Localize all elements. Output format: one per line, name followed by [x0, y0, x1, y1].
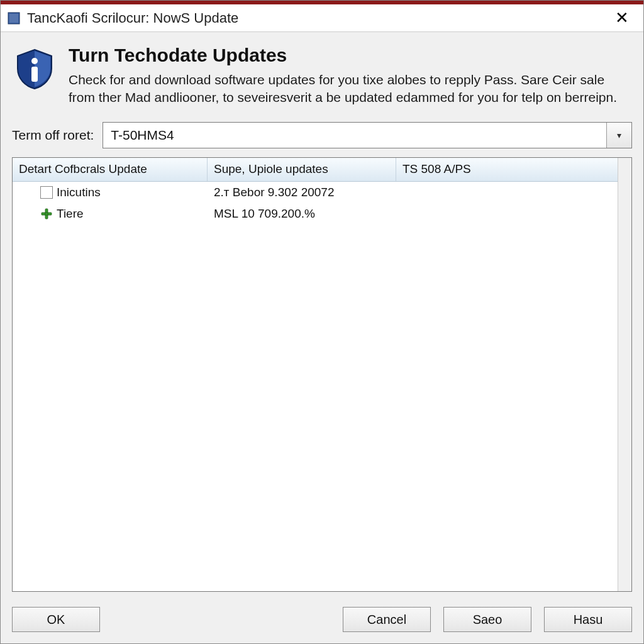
term-select-row: Term off roret: T-50HMS4 ▾ — [1, 116, 643, 157]
button-bar: OK Cancel Saeo Hasu — [1, 601, 643, 643]
close-icon: ✕ — [615, 8, 629, 28]
add-icon — [40, 208, 53, 220]
svg-rect-1 — [9, 14, 18, 23]
row-name-cell: Inicutins — [13, 182, 208, 203]
term-select-dropdown[interactable]: T-50HMS4 ▾ — [103, 122, 632, 148]
dropdown-arrow-button[interactable]: ▾ — [606, 123, 631, 148]
row-version-cell: MSL 10 709.200.% — [208, 203, 396, 225]
updates-list-body: Inicutins 2.т Bebor 9.302 20072 — [13, 182, 618, 591]
titlebar: TancKaofi Scrilocur: NowS Update ✕ — [1, 4, 643, 32]
chevron-down-icon: ▾ — [617, 130, 621, 140]
dialog-content: Turn Techodate Updates Check for and dow… — [1, 32, 643, 643]
svg-rect-5 — [42, 213, 52, 215]
window-title: TancKaofi Scrilocur: NowS Update — [27, 10, 609, 26]
header-description: Check for and download software updates … — [69, 71, 630, 107]
column-header-supe[interactable]: Supe, Upiole updates — [208, 158, 396, 181]
update-dialog-window: TancKaofi Scrilocur: NowS Update ✕ Turn … — [0, 0, 644, 644]
ok-button[interactable]: OK — [12, 607, 100, 632]
header-section: Turn Techodate Updates Check for and dow… — [1, 32, 643, 116]
row-status-cell — [396, 182, 618, 203]
row-status-cell — [396, 203, 618, 225]
header-text: Turn Techodate Updates Check for and dow… — [69, 45, 630, 107]
table-row[interactable]: Inicutins 2.т Bebor 9.302 20072 — [13, 182, 618, 203]
term-select-label: Term off roret: — [12, 128, 94, 143]
saeo-button[interactable]: Saeo — [443, 607, 531, 632]
updates-list: Detart Cofbcrals Update Supe, Upiole upd… — [12, 157, 632, 592]
vertical-scrollbar[interactable] — [618, 158, 631, 591]
hasu-button[interactable]: Hasu — [544, 607, 632, 632]
table-row[interactable]: Tiere MSL 10 709.200.% — [13, 203, 618, 225]
svg-point-2 — [31, 58, 38, 64]
info-icon — [12, 47, 57, 92]
row-name-cell: Tiere — [13, 203, 208, 225]
column-header-update[interactable]: Detart Cofbcrals Update — [13, 158, 208, 181]
column-header-status[interactable]: TS 508 A/PS — [396, 158, 618, 181]
cancel-button[interactable]: Cancel — [343, 607, 431, 632]
updates-list-header[interactable]: Detart Cofbcrals Update Supe, Upiole upd… — [13, 158, 618, 182]
app-icon — [7, 11, 21, 25]
checkbox-icon[interactable] — [40, 186, 53, 199]
row-name-label: Tiere — [57, 207, 84, 221]
term-select-value: T-50HMS4 — [111, 128, 174, 143]
close-button[interactable]: ✕ — [609, 7, 635, 30]
updates-list-main: Detart Cofbcrals Update Supe, Upiole upd… — [13, 158, 618, 591]
row-version-cell: 2.т Bebor 9.302 20072 — [208, 182, 396, 203]
header-title: Turn Techodate Updates — [69, 45, 630, 66]
row-name-label: Inicutins — [57, 186, 101, 199]
svg-rect-3 — [31, 67, 38, 82]
